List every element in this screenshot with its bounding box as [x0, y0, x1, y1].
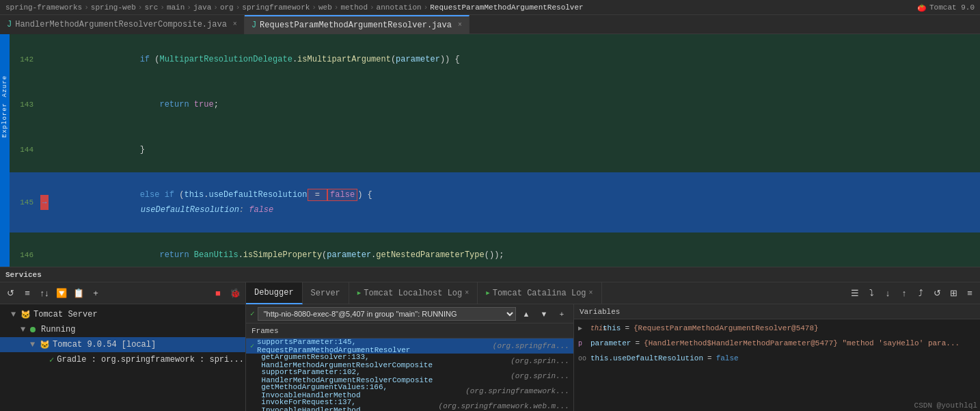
- tree-item-running[interactable]: ▼ Running: [0, 322, 245, 337]
- frame-item-1[interactable]: getArgumentResolver:133, HandlerMethodAr…: [246, 354, 573, 369]
- settings-button[interactable]: 📋: [71, 286, 86, 301]
- frame-item-2[interactable]: supportsParameter:102, HandlerMethodArgu…: [246, 369, 573, 384]
- current-line-arrow: →: [42, 195, 47, 210]
- frames-panel: ✓ "http-nio-8080-exec-8"@5,407 in group …: [246, 304, 574, 411]
- step-out-button[interactable]: ↑: [897, 286, 912, 301]
- tab-tomcat-catalina-log[interactable]: ▶ Tomcat Catalina Log ×: [478, 282, 601, 304]
- close-icon[interactable]: ×: [458, 21, 462, 29]
- editor-tabs: J HandlerMethodArgumentResolverComposite…: [0, 15, 980, 34]
- tree-item-label: Gradle : org.springframework : spri...: [57, 355, 244, 364]
- expand-arrow: p: [578, 340, 588, 347]
- variables-list: ▶ this this = {RequestParamMethodArgumen…: [574, 319, 980, 411]
- log-icon: ▶: [357, 289, 361, 297]
- tomcat-server-icon: 🐱: [21, 310, 31, 320]
- tab-handler-composite[interactable]: J HandlerMethodArgumentResolverComposite…: [0, 15, 245, 34]
- debugger-panel: Debugger Server ▶ Tomcat Localhost Log ×…: [246, 282, 980, 411]
- java-icon: J: [7, 20, 12, 29]
- java-icon: J: [251, 21, 256, 30]
- breadcrumb-text: spring-frameworks: [5, 3, 82, 12]
- tab-label: HandlerMethodArgumentResolverComposite.j…: [15, 20, 227, 29]
- variables-header: Variables: [574, 304, 980, 319]
- move-up-button[interactable]: ▼: [536, 306, 552, 321]
- tree-item-label: Tomcat Server: [33, 310, 98, 319]
- var-type-badge: this: [590, 325, 600, 332]
- log-icon: ▶: [486, 289, 489, 297]
- var-item-parameter[interactable]: p parameter = {HandlerMethod$HandlerMeth…: [574, 336, 980, 351]
- tree-content: ▼ 🐱 Tomcat Server ▼ Running ▼: [0, 304, 245, 411]
- tab-tomcat-localhost-log[interactable]: ▶ Tomcat Localhost Log ×: [349, 282, 478, 304]
- tree-item-tomcat-instance[interactable]: ▼ 🐱 Tomcat 9.0.54 [local]: [0, 337, 245, 352]
- services-panel: Services ↺ ≡ ↑↓ 🔽 📋 + ■ 🐞: [0, 267, 980, 411]
- gradle-icon: ✓: [49, 355, 54, 365]
- settings2-button[interactable]: ≡: [962, 286, 977, 301]
- tab-label: RequestParamMethodArgumentResolver.java: [260, 21, 452, 30]
- code-line-146: 146 return BeanUtils.isSimpleProperty(pa…: [10, 233, 980, 267]
- tomcat-instance-icon: 🐱: [40, 340, 50, 350]
- check-icon: ✓: [250, 342, 254, 350]
- frame-item-0[interactable]: ✓ supportsParameter:145, RequestParamMet…: [246, 339, 573, 354]
- azure-sidebar: Azure Explorer: [0, 34, 10, 267]
- refresh-button[interactable]: ↺: [3, 286, 18, 301]
- frame-item-3[interactable]: getMethodArgumentValues:166, InvocableHa…: [246, 384, 573, 399]
- step-over-button[interactable]: ⤵: [864, 286, 879, 301]
- csdn-label: CSDN @youthlql: [914, 401, 977, 410]
- show-values-button[interactable]: ⊞: [946, 286, 961, 301]
- menu-button[interactable]: ☰: [847, 286, 862, 301]
- code-line-145: 145 → else if (this.useDefaultResolution…: [10, 172, 980, 233]
- code-line-144: 144 }: [10, 127, 980, 172]
- tree-toolbar: ↺ ≡ ↑↓ 🔽 📋 + ■ 🐞: [0, 282, 245, 304]
- thread-selector: ✓ "http-nio-8080-exec-8"@5,407 in group …: [246, 304, 573, 323]
- tab-server[interactable]: Server: [303, 282, 349, 304]
- check-icon: ✓: [250, 309, 255, 318]
- tomcat-indicator: 🍅 Tomcat 9.0: [917, 0, 975, 15]
- tree-item-label: Tomcat 9.0.54 [local]: [53, 340, 156, 349]
- frames-header: Frames: [246, 323, 573, 339]
- expand-arrow: ▶: [578, 324, 588, 332]
- close-icon[interactable]: ×: [233, 21, 237, 28]
- var-item-use-default[interactable]: oo this.useDefaultResolution = false: [574, 351, 980, 366]
- tab-request-param[interactable]: J RequestParamMethodArgumentResolver.jav…: [245, 15, 469, 34]
- code-line-143: 143 return true;: [10, 82, 980, 127]
- tree-item-gradle[interactable]: ✓ Gradle : org.springframework : spri...: [0, 352, 245, 367]
- frame-item-4[interactable]: invokeForRequest:137, InvocableHandlerMe…: [246, 399, 573, 411]
- variables-panel: Variables ▶ this this = {RequestParamMet…: [574, 304, 980, 411]
- running-icon: [30, 327, 36, 332]
- add-frame-button[interactable]: +: [554, 306, 569, 321]
- filter-frames-button[interactable]: ▲: [519, 306, 534, 321]
- debug-button[interactable]: 🐞: [228, 286, 243, 301]
- tomcat-label: Tomcat 9.0: [929, 3, 975, 12]
- close-icon[interactable]: ×: [589, 289, 593, 297]
- breadcrumb: spring-frameworks › spring-web › src › m…: [0, 0, 980, 15]
- run-to-cursor-button[interactable]: ⤴: [913, 286, 928, 301]
- code-editor: Azure Explorer 142 if (MultipartResoluti…: [0, 34, 980, 267]
- thread-dropdown[interactable]: "http-nio-8080-exec-8"@5,407 in group "m…: [258, 307, 516, 321]
- close-icon[interactable]: ×: [465, 289, 469, 297]
- tomcat-icon: 🍅: [917, 3, 927, 12]
- filter-button[interactable]: 🔽: [54, 286, 69, 301]
- frames-list: ✓ supportsParameter:145, RequestParamMet…: [246, 339, 573, 411]
- tab-debugger[interactable]: Debugger: [246, 282, 303, 304]
- var-item-this[interactable]: ▶ this this = {RequestParamMethodArgumen…: [574, 321, 980, 336]
- step-into-button[interactable]: ↓: [880, 286, 895, 301]
- services-tree-panel: ↺ ≡ ↑↓ 🔽 📋 + ■ 🐞 ▼ 🐱: [0, 282, 246, 411]
- evaluate-button[interactable]: ↺: [929, 286, 944, 301]
- code-line-142: 142 if (MultipartResolutionDelegate.isMu…: [10, 37, 980, 82]
- add-button[interactable]: +: [88, 286, 103, 301]
- tree-item-label: Running: [41, 325, 75, 334]
- collapse-button[interactable]: ↑↓: [37, 286, 52, 301]
- debugger-tabs: Debugger Server ▶ Tomcat Localhost Log ×…: [246, 282, 980, 304]
- collapse-all-button[interactable]: ≡: [20, 286, 35, 301]
- expand-arrow: oo: [578, 355, 588, 362]
- tree-item-tomcat-server[interactable]: ▼ 🐱 Tomcat Server: [0, 307, 245, 322]
- stop-button[interactable]: ■: [210, 286, 226, 301]
- services-header: Services: [0, 267, 980, 282]
- debug-split: ✓ "http-nio-8080-exec-8"@5,407 in group …: [246, 304, 980, 411]
